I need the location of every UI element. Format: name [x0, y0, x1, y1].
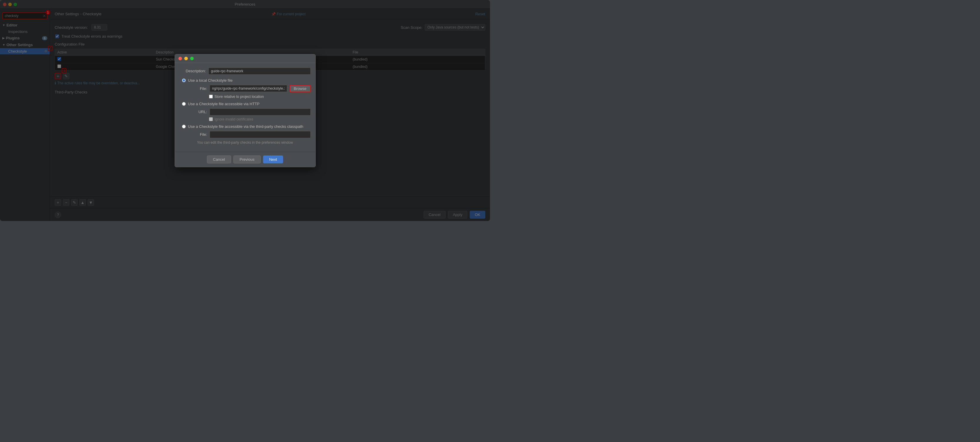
ignore-certs-checkbox[interactable] [209, 117, 213, 121]
modal-cancel-button[interactable]: Cancel [207, 156, 231, 164]
modal-body: Description: Use a local Checkstyle file… [175, 63, 315, 152]
radio-local-input[interactable] [182, 78, 186, 82]
radio-http[interactable]: Use a Checkstyle file accessible via HTT… [182, 102, 311, 106]
radio-http-input[interactable] [182, 102, 186, 106]
file-input[interactable] [210, 85, 288, 92]
classpath-file-row: File: [187, 131, 311, 138]
file-label: File: [187, 86, 207, 91]
modal-dialog: Description: Use a local Checkstyle file… [175, 54, 316, 167]
modal-footer: Cancel Previous Next [175, 152, 315, 167]
radio-http-label: Use a Checkstyle file accessible via HTT… [188, 102, 259, 106]
classpath-file-input[interactable] [210, 131, 311, 138]
description-row: Description: [180, 68, 311, 75]
modal-next-button[interactable]: Next [263, 156, 283, 164]
browse-button[interactable]: Browse [290, 85, 310, 92]
edit-note: You can edit the third-party checks in t… [180, 140, 311, 145]
modal-overlay: Description: Use a local Checkstyle file… [0, 0, 490, 221]
url-row: URL: [187, 108, 311, 116]
radio-classpath-input[interactable] [182, 125, 186, 129]
radio-classpath-label: Use a Checkstyle file accessible via the… [188, 124, 303, 129]
preferences-window: Preferences ✕ 1 ▼ Editor Inspections ⚙ [0, 0, 490, 221]
modal-title-bar [175, 54, 315, 63]
classpath-file-label: File: [187, 132, 207, 137]
radio-local-label: Use a local Checkstyle file [188, 78, 233, 83]
store-relative-row: Store relative to project location [209, 95, 311, 99]
modal-previous-button[interactable]: Previous [233, 156, 261, 164]
description-label: Description: [180, 69, 206, 73]
description-input[interactable] [208, 68, 311, 75]
radio-local[interactable]: Use a local Checkstyle file [182, 78, 311, 83]
file-row: File: Browse [187, 85, 311, 92]
url-label: URL: [187, 110, 207, 114]
modal-minimize-button[interactable] [184, 57, 188, 60]
radio-classpath[interactable]: Use a Checkstyle file accessible via the… [182, 124, 311, 129]
store-relative-checkbox[interactable] [209, 95, 213, 99]
store-relative-label: Store relative to project location [215, 95, 264, 99]
ignore-certs-label: Ignore invalid certificates [215, 117, 253, 121]
modal-close-button[interactable] [178, 57, 182, 60]
ignore-certs-row: Ignore invalid certificates [209, 117, 311, 121]
url-input[interactable] [210, 108, 311, 116]
modal-maximize-button[interactable] [190, 57, 194, 60]
